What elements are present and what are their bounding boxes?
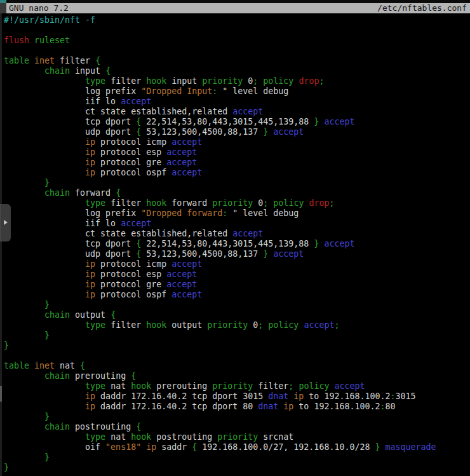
code-line: type nat hook prerouting priority filter… bbox=[4, 381, 470, 391]
code-line: chain output { bbox=[4, 310, 470, 320]
code-line: tcp dport { 22,514,53,80,443,3015,445,13… bbox=[4, 117, 470, 127]
scrollbar-track bbox=[0, 13, 2, 476]
code-line: ip protocol icmp accept bbox=[4, 137, 470, 147]
code-line: ip protocol esp accept bbox=[4, 269, 470, 280]
code-line: } bbox=[4, 412, 470, 422]
code-line: udp dport { 53,123,500,4500,88,137 } acc… bbox=[4, 249, 470, 259]
code-line: type filter hook input priority 0; polic… bbox=[4, 76, 470, 86]
titlebar-left-notch bbox=[0, 3, 6, 13]
code-line bbox=[4, 46, 470, 56]
code-line: log prefix "Dropped forward: " level deb… bbox=[4, 208, 470, 219]
code-line: chain forward { bbox=[4, 188, 470, 198]
code-line: udp dport { 53,123,500,4500,88,137 } acc… bbox=[4, 127, 470, 137]
code-line: ct state established,related accept bbox=[4, 107, 470, 117]
code-line bbox=[4, 25, 470, 36]
code-line: } bbox=[4, 341, 470, 351]
code-line: ip daddr 172.16.40.2 tcp dport 3015 dnat… bbox=[4, 391, 470, 402]
code-line: oif "ens18" ip saddr { 192.168.100.0/27,… bbox=[4, 442, 470, 452]
code-line: type filter hook forward priority 0; pol… bbox=[4, 198, 470, 208]
editor-area[interactable]: #!/usr/sbin/nft -f flush ruleset table i… bbox=[0, 13, 470, 476]
app-title: GNU nano 7.2 bbox=[9, 3, 69, 13]
code-line: ip protocol gre accept bbox=[4, 280, 470, 290]
code-line: type filter hook output priority 0; poli… bbox=[4, 320, 470, 330]
control-bar-handle[interactable] bbox=[0, 204, 11, 241]
code-line: ip protocol icmp accept bbox=[4, 259, 470, 269]
scrollbar-thumb[interactable] bbox=[0, 386, 2, 402]
nano-titlebar: GNU nano 7.2 /etc/nftables.conf bbox=[0, 3, 470, 13]
code-line: ct state established,related accept bbox=[4, 229, 470, 239]
code-line: iif lo accept bbox=[4, 97, 470, 107]
code-line: table inet nat { bbox=[4, 361, 470, 371]
code-line: } bbox=[4, 463, 470, 473]
code-line: chain prerouting { bbox=[4, 371, 470, 381]
terminal-screen: GNU nano 7.2 /etc/nftables.conf #!/usr/s… bbox=[0, 0, 470, 476]
code-line: tcp dport { 22,514,53,80,443,3015,445,13… bbox=[4, 239, 470, 249]
code-line: type nat hook postrouting priority srcna… bbox=[4, 432, 470, 442]
code-line: } bbox=[4, 452, 470, 463]
code-line: chain postrouting { bbox=[4, 422, 470, 432]
chevron-right-icon bbox=[4, 220, 8, 225]
code-line: ip protocol ospf accept bbox=[4, 290, 470, 300]
code-line: ip protocol esp accept bbox=[4, 147, 470, 158]
code-line: flush ruleset bbox=[4, 36, 470, 46]
code-lines: #!/usr/sbin/nft -f flush ruleset table i… bbox=[4, 15, 470, 473]
code-line: } bbox=[4, 178, 470, 188]
code-line: } bbox=[4, 300, 470, 310]
code-line: iif lo accept bbox=[4, 219, 470, 229]
code-line: ip protocol gre accept bbox=[4, 158, 470, 168]
code-line: ip protocol ospf accept bbox=[4, 168, 470, 178]
code-line bbox=[4, 351, 470, 361]
file-path: /etc/nftables.conf bbox=[377, 3, 467, 13]
code-line: table inet filter { bbox=[4, 56, 470, 66]
code-line: #!/usr/sbin/nft -f bbox=[4, 15, 470, 25]
code-line: log prefix "Dropped Input: " level debug bbox=[4, 86, 470, 97]
code-line: } bbox=[4, 330, 470, 341]
code-line: chain input { bbox=[4, 66, 470, 76]
code-line: ip daddr 172.16.40.2 tcp dport 80 dnat i… bbox=[4, 402, 470, 412]
